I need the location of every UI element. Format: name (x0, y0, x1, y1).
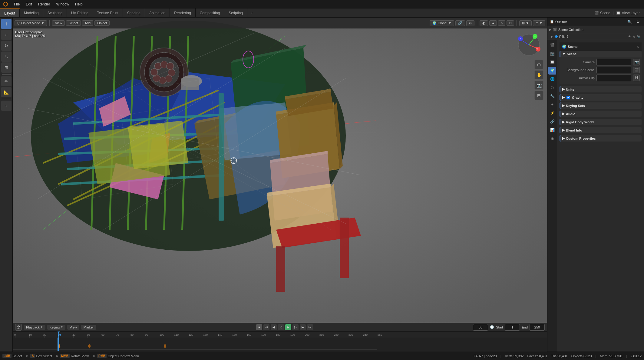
prop-tab-physics[interactable]: ⚡ (548, 109, 556, 117)
outliner-item-f4u7[interactable]: ▶ 🔷 F4U-7 👁 🖱 📷 (547, 33, 644, 40)
menu-window[interactable]: Window (53, 0, 72, 8)
viewport-3d[interactable]: ⬡ Object Mode ▼ View Select Add Object 🌍… (13, 18, 547, 323)
overlay-button[interactable]: ⊞ ▼ (519, 20, 532, 26)
timeline-scrub[interactable] (13, 338, 547, 351)
settings-icon[interactable]: ⚙ (634, 18, 642, 25)
tab-rendering[interactable]: Rendering (170, 8, 195, 17)
object-mode-button[interactable]: ⬡ Object Mode ▼ (15, 20, 47, 26)
toolbar-measure[interactable]: 📐 (1, 87, 12, 97)
menu-edit[interactable]: Edit (23, 0, 35, 8)
prop-section-custom-props-header[interactable]: ▶ Custom Properties (560, 135, 642, 142)
toolbar-transform[interactable]: ⊞ (1, 62, 12, 73)
tab-scripting[interactable]: Scripting (224, 8, 247, 17)
camera-prop-field[interactable] (596, 59, 631, 65)
toolbar-add[interactable]: + (1, 101, 12, 111)
tab-sculpting[interactable]: Sculpting (43, 8, 67, 17)
prop-tab-world[interactable]: 🌐 (548, 75, 556, 83)
tab-layout[interactable]: Layout (0, 8, 20, 17)
proportional-edit[interactable]: ⊙ (466, 20, 474, 26)
viewport-shading-solid[interactable]: ◐ (480, 20, 488, 26)
prop-tab-render[interactable]: 🎬 (548, 41, 556, 49)
prop-tab-data[interactable]: 📊 (548, 126, 556, 134)
view-orbit-button[interactable]: ✋ (534, 70, 543, 79)
timeline-type-icon[interactable]: ⏱ (15, 324, 22, 331)
next-key-button[interactable]: ▷ (292, 324, 299, 330)
svg-text:30: 30 (58, 333, 61, 336)
marker-button[interactable]: Marker (81, 325, 96, 330)
prop-section-gravity-header[interactable]: ▶ Gravity (560, 94, 642, 101)
playback-menu-button[interactable]: Playback ▼ (24, 325, 45, 330)
svg-rect-58 (219, 93, 224, 221)
active-clip-icon[interactable]: 🎞 (633, 75, 640, 81)
jump-end-button[interactable]: ⏭ (307, 324, 313, 330)
prop-section-scene-header[interactable]: ▼ Scene (560, 51, 642, 57)
prop-tab-view-layer[interactable]: 🔲 (548, 58, 556, 66)
tab-texture-paint[interactable]: Texture Paint (93, 8, 123, 17)
play-button[interactable]: ▶ (285, 324, 291, 330)
view-grid-button[interactable]: ⊞ (534, 91, 543, 100)
tab-compositing[interactable]: Compositing (196, 8, 225, 17)
stop-button[interactable]: ■ (256, 324, 262, 330)
next-frame-button[interactable]: ▶ (300, 324, 306, 330)
jump-start-button[interactable]: ⏮ (263, 324, 269, 330)
bg-scene-field[interactable] (596, 67, 631, 73)
menu-render[interactable]: Render (35, 0, 53, 8)
active-clip-field[interactable] (596, 75, 631, 81)
viewport-shading-rendered[interactable]: ○ (498, 20, 506, 26)
view-timeline-button[interactable]: View (67, 325, 79, 330)
prop-tab-material[interactable]: ◉ (548, 135, 556, 142)
prop-section-units-header[interactable]: ▶ Units (560, 86, 642, 92)
select-menu-button[interactable]: Select (66, 20, 81, 26)
prop-section-keying-header[interactable]: ▶ Keying Sets (560, 102, 642, 109)
prev-key-button[interactable]: ◁ (278, 324, 284, 330)
view-camera-button[interactable]: 📷 (534, 81, 543, 90)
svg-text:80: 80 (130, 333, 134, 336)
view-menu-button[interactable]: View (52, 20, 65, 26)
viewport-transform-dropdown[interactable]: 🌍 Global ▼ (430, 20, 454, 26)
keying-menu-button[interactable]: Keying ▼ (47, 325, 66, 330)
current-frame-input[interactable]: 30 (473, 324, 488, 331)
end-frame-input[interactable]: 250 (530, 324, 545, 331)
prop-tab-output[interactable]: 📷 (548, 50, 556, 58)
camera-prop-icon[interactable]: 📷 (633, 59, 640, 65)
prop-tab-modifier[interactable]: 🔧 (548, 92, 556, 100)
svg-text:160: 160 (247, 333, 251, 336)
toolbar-annotate[interactable]: ✏ (1, 76, 12, 86)
gizmo-button[interactable]: ⊕ ▼ (533, 20, 545, 26)
gravity-checkbox[interactable] (566, 96, 570, 99)
viewport-shading-wire[interactable]: □ (507, 20, 514, 26)
tab-animation[interactable]: Animation (145, 8, 170, 17)
view-layer-label: View Layer (622, 11, 640, 15)
prop-section-blend-info-header[interactable]: ▶ Blend Info (560, 127, 642, 133)
filter-icon[interactable]: 🔍 (626, 18, 633, 25)
prop-section-rigid-body-header[interactable]: ▶ Rigid Body World (560, 119, 642, 125)
prop-tab-particles[interactable]: ✦ (548, 101, 556, 108)
view-perspective-button[interactable]: ⬡ (534, 60, 543, 69)
tab-uv-editing[interactable]: UV Editing (67, 8, 93, 17)
object-menu-button[interactable]: Object (94, 20, 110, 26)
toolbar-cursor[interactable]: ✛ (1, 19, 12, 29)
snap-button[interactable]: 🔗 (455, 20, 465, 26)
tab-shading[interactable]: Shading (123, 8, 145, 17)
status-sep-3: | (626, 354, 627, 358)
prop-tab-object[interactable]: ⬡ (548, 84, 556, 92)
toolbar-scale[interactable]: ⤡ (1, 52, 12, 62)
prev-frame-button[interactable]: ◀ (271, 324, 277, 330)
menu-help[interactable]: Help (72, 0, 86, 8)
prop-tab-scene[interactable]: 🌍 (548, 67, 556, 75)
menu-file[interactable]: File (11, 0, 23, 8)
start-frame-input[interactable]: 1 (505, 324, 520, 331)
viewport-shading-material[interactable]: ● (489, 20, 497, 26)
toolbar-rotate[interactable]: ↻ (1, 41, 12, 51)
scene-viewport[interactable] (13, 18, 547, 323)
tab-add-button[interactable]: + (247, 10, 256, 16)
add-menu-button[interactable]: Add (82, 20, 94, 26)
status-bar: LMB Select 🖱 B Box Select ↻ MMB Rotate V… (0, 352, 644, 360)
prop-tab-constraints[interactable]: 🔗 (548, 118, 556, 125)
prop-section-audio-header[interactable]: ▶ Audio (560, 111, 642, 117)
tab-modeling[interactable]: Modeling (20, 8, 43, 17)
bg-scene-icon[interactable]: 🎬 (633, 67, 640, 73)
toolbar-move[interactable]: ↔ (1, 30, 12, 40)
viewport-gizmo[interactable]: X Y Z (517, 33, 541, 57)
properties-close-button[interactable]: × (637, 44, 639, 49)
